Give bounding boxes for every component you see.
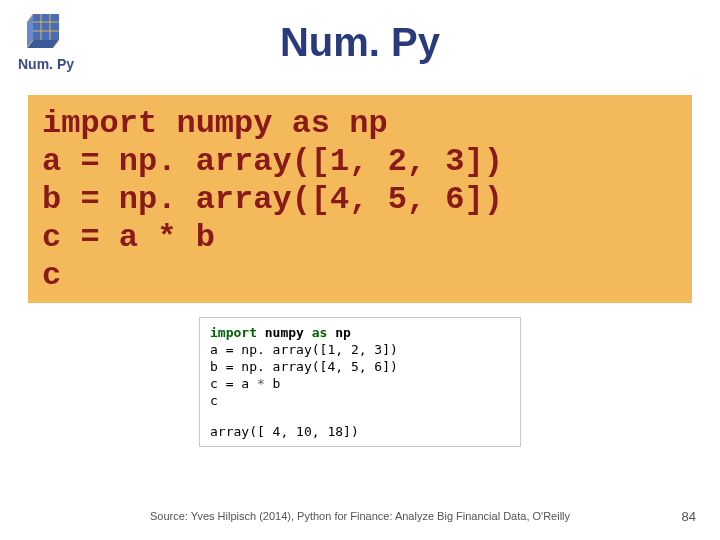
output-fragment: b xyxy=(265,376,281,391)
numpy-logo-block: Num. Py xyxy=(18,8,74,72)
slide-header: Num. Py Num. Py xyxy=(0,0,720,83)
interpreter-output: import numpy as np a = np. array([1, 2, … xyxy=(199,317,521,447)
output-line: c = a * b xyxy=(210,375,510,392)
keyword-as: as xyxy=(312,325,328,340)
logo-label: Num. Py xyxy=(18,56,74,72)
keyword-import: import xyxy=(210,325,257,340)
output-fragment: c = a xyxy=(210,376,257,391)
source-citation: Source: Yves Hilpisch (2014), Python for… xyxy=(0,510,720,522)
code-line: c = a * b xyxy=(42,219,678,257)
output-line: c xyxy=(210,392,510,409)
output-line: import numpy as np xyxy=(210,324,510,341)
code-line: b = np. array([4, 5, 6]) xyxy=(42,181,678,219)
output-result: array([ 4, 10, 18]) xyxy=(210,423,510,440)
slide-title: Num. Py xyxy=(0,8,720,65)
numpy-cube-icon xyxy=(23,8,69,54)
alias-np: np xyxy=(327,325,350,340)
output-separator xyxy=(210,409,510,423)
code-line: c xyxy=(42,257,678,295)
module-numpy: numpy xyxy=(257,325,312,340)
output-line: b = np. array([4, 5, 6]) xyxy=(210,358,510,375)
operator-star: * xyxy=(257,376,265,391)
code-example-box: import numpy as np a = np. array([1, 2, … xyxy=(28,95,692,303)
code-line: import numpy as np xyxy=(42,105,678,143)
svg-marker-0 xyxy=(33,14,59,40)
code-line: a = np. array([1, 2, 3]) xyxy=(42,143,678,181)
output-line: a = np. array([1, 2, 3]) xyxy=(210,341,510,358)
page-number: 84 xyxy=(682,509,696,524)
